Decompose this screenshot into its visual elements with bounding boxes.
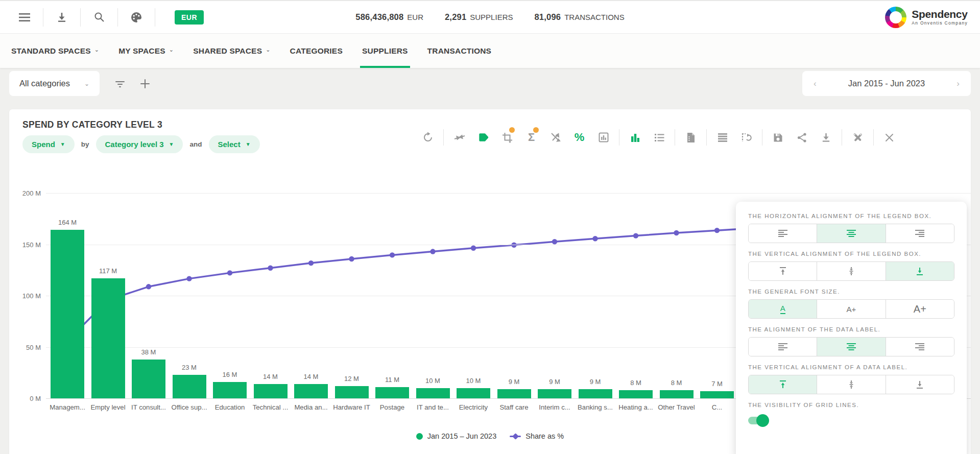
top-bar: EUR 586,436,808 EUR 2,291 SUPPLIERS 81,0…: [0, 0, 980, 34]
legend-valign-top-button[interactable]: [749, 262, 817, 280]
bar[interactable]: [173, 375, 206, 398]
bar[interactable]: [51, 230, 84, 398]
export-button[interactable]: [814, 127, 838, 148]
data-label-halign-left-button[interactable]: [749, 338, 817, 356]
line-point[interactable]: [146, 284, 151, 289]
bar[interactable]: [294, 384, 328, 398]
bar[interactable]: [416, 388, 450, 398]
data-label-halign-right-button[interactable]: [886, 338, 954, 356]
data-label-valign-middle-button[interactable]: [817, 375, 885, 394]
bar[interactable]: [660, 390, 694, 398]
font-size-small-button[interactable]: A: [749, 300, 817, 318]
bar[interactable]: [335, 386, 369, 398]
download-report-button[interactable]: [50, 6, 74, 29]
bar[interactable]: [700, 391, 734, 398]
crop-button[interactable]: [495, 127, 519, 148]
tab-standard-spaces[interactable]: STANDARD SPACES⌄: [11, 34, 99, 68]
line-point[interactable]: [349, 256, 354, 261]
next-period-button[interactable]: ›: [952, 77, 964, 91]
line-point[interactable]: [511, 243, 516, 248]
filter-button[interactable]: [115, 80, 125, 88]
combine-button[interactable]: [447, 127, 471, 148]
line-point[interactable]: [186, 276, 192, 281]
tab-suppliers[interactable]: SUPPLIERS: [362, 34, 408, 68]
refresh-button[interactable]: [416, 127, 440, 148]
data-label-valign-top-button[interactable]: [749, 375, 817, 394]
line-point[interactable]: [633, 233, 638, 238]
split-button[interactable]: [543, 127, 567, 148]
line-point[interactable]: [227, 270, 232, 275]
setting-label: THE ALIGNMENT OF THE DATA LABEL.: [748, 326, 954, 332]
close-button[interactable]: [877, 127, 901, 148]
measure-dropdown[interactable]: Spend▼: [22, 135, 75, 153]
bar-chart-view-button[interactable]: [623, 127, 647, 148]
line-point[interactable]: [552, 239, 557, 244]
theme-button[interactable]: [124, 6, 149, 29]
legend-valign-middle-button[interactable]: [817, 262, 885, 280]
line-point[interactable]: [268, 266, 273, 271]
bar[interactable]: [132, 360, 165, 398]
tag-button[interactable]: [471, 127, 495, 148]
pivot-button[interactable]: [734, 127, 758, 148]
chevron-down-icon: ▼: [169, 141, 174, 147]
bar[interactable]: [538, 389, 571, 398]
bar[interactable]: [213, 382, 247, 398]
secondary-dimension-dropdown[interactable]: Select▼: [209, 135, 260, 153]
rows-button[interactable]: [710, 127, 734, 148]
bar[interactable]: [254, 384, 288, 398]
line-point[interactable]: [471, 246, 476, 251]
bar[interactable]: [619, 390, 653, 398]
grid-lines-toggle[interactable]: [748, 417, 768, 424]
line-point[interactable]: [308, 260, 314, 266]
bar[interactable]: [457, 388, 490, 398]
category-filter-dropdown[interactable]: All categories ⌄: [9, 71, 100, 96]
tab-transactions[interactable]: TRANSACTIONS: [427, 34, 492, 68]
bar[interactable]: [579, 389, 612, 398]
menu-button[interactable]: [12, 6, 37, 29]
data-label-halign-center-button[interactable]: [817, 338, 885, 356]
add-filter-button[interactable]: [140, 79, 150, 88]
bar[interactable]: [497, 389, 531, 398]
dimension-dropdown[interactable]: Category level 3▼: [96, 135, 183, 153]
chart-frame-button[interactable]: [591, 127, 615, 148]
line-point[interactable]: [714, 228, 720, 233]
currency-badge[interactable]: EUR: [175, 10, 204, 25]
font-size-large-button[interactable]: A+: [886, 300, 954, 318]
divider: [443, 129, 444, 146]
customize-button[interactable]: [846, 127, 870, 148]
legend-valign-bottom-button[interactable]: [886, 262, 954, 280]
font-size-medium-button[interactable]: A+: [817, 300, 885, 318]
prev-period-button[interactable]: ‹: [809, 77, 821, 91]
bar[interactable]: [375, 387, 409, 398]
sum-button[interactable]: Σ: [519, 127, 543, 148]
spendency-logo: Spendency An Onventis Company: [885, 7, 968, 28]
data-label-halign-group: [748, 337, 954, 356]
legend-halign-right-button[interactable]: [886, 224, 954, 243]
merge-arrows-icon: [454, 133, 465, 142]
list-view-button[interactable]: [647, 127, 671, 148]
line-point[interactable]: [390, 252, 395, 257]
line-point[interactable]: [592, 236, 597, 241]
data-label-valign-bottom-button[interactable]: [886, 375, 954, 394]
line-point[interactable]: [430, 249, 435, 254]
date-range-label: Jan 2015 - Jun 2023: [848, 79, 925, 88]
report-button[interactable]: [679, 127, 703, 148]
line-point[interactable]: [674, 230, 679, 235]
legend-halign-center-button[interactable]: [817, 224, 885, 243]
share-button[interactable]: [790, 127, 814, 148]
bar[interactable]: [91, 278, 125, 398]
divider: [43, 8, 43, 27]
legend-halign-left-button[interactable]: [749, 224, 817, 243]
legend-item-period[interactable]: Jan 2015 – Jun 2023: [416, 432, 496, 440]
tab-categories[interactable]: CATEGORIES: [290, 34, 343, 68]
search-button[interactable]: [87, 6, 111, 29]
total-spend-value: 586,436,808: [355, 12, 403, 22]
save-button[interactable]: [766, 127, 790, 148]
total-spend-label: EUR: [407, 13, 423, 21]
bar-value-label: 16 M: [207, 371, 253, 378]
percent-button[interactable]: %: [567, 127, 591, 148]
tab-shared-spaces[interactable]: SHARED SPACES⌄: [193, 34, 270, 68]
bar-category-label: C...: [694, 403, 740, 411]
tab-my-spaces[interactable]: MY SPACES⌄: [118, 34, 174, 68]
legend-item-share[interactable]: Share as %: [510, 432, 564, 440]
